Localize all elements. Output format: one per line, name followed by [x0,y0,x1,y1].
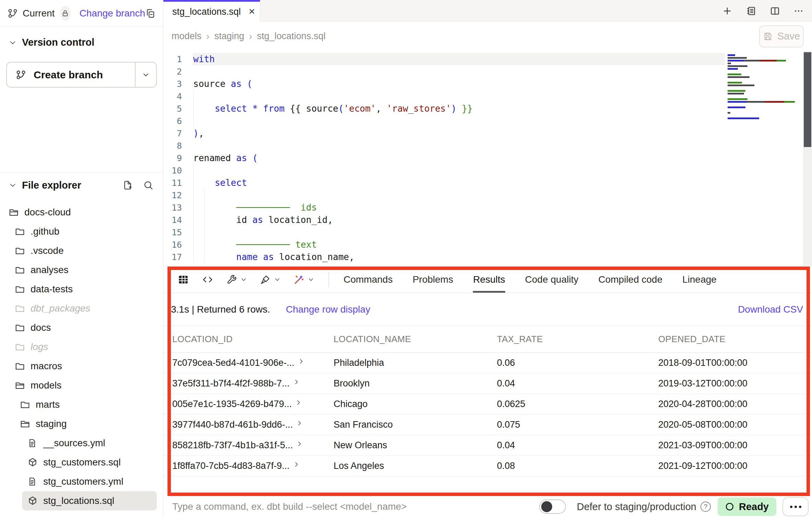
notebook-icon[interactable] [745,5,756,16]
file-tree-item-stg-customers-sql[interactable]: stg_customers.sql [0,453,163,472]
file-tree-item-models[interactable]: models [0,376,163,395]
file-tree-item-macros[interactable]: macros [0,357,163,376]
create-branch-dropdown[interactable] [136,63,156,87]
table-row[interactable]: 3977f440-b87d-461b-9dd6-...San Francisco… [163,415,812,435]
table-cell: 0.06 [497,358,658,368]
panel-tab-compiled-code[interactable]: Compiled code [598,267,662,293]
file-tree-item-stg-locations-sql[interactable]: stg_locations.sql [22,491,157,510]
expand-chevron-icon[interactable] [294,379,299,385]
table-row[interactable]: 7c079cea-5ed4-4101-906e-...Philadelphia0… [163,353,812,373]
version-control-title: Version control [22,37,94,48]
code-area[interactable]: 1with23source as (45 select * from {{ so… [163,53,812,263]
download-csv-link[interactable]: Download CSV [738,304,803,315]
copy-icon[interactable] [145,8,155,19]
code-line-17[interactable]: 17 name as location_name, [163,251,812,263]
command-input[interactable] [172,501,467,512]
table-cell: Brooklyn [334,378,497,389]
code-line-13[interactable]: 13 ────────── ids [163,201,812,214]
tab-stg-locations[interactable]: stg_locations.sql ✕ [163,0,260,22]
expand-chevron-icon[interactable] [299,359,304,364]
code-line-6[interactable]: 6 [163,115,812,127]
code-line-2[interactable]: 2 [163,65,812,78]
code-icon[interactable] [202,274,213,285]
code-line-4[interactable]: 4 [163,90,812,102]
code-line-3[interactable]: 3source as ( [163,78,812,90]
table-row[interactable]: 37e5f311-b7f4-4f2f-988b-7...Brooklyn0.04… [163,373,812,394]
panel-tab-lineage[interactable]: Lineage [682,267,717,293]
help-icon[interactable]: ? [700,502,711,512]
file-tree-item-dbt-packages[interactable]: dbt_packages [0,299,163,318]
file-tree-item-docs[interactable]: docs [0,318,163,337]
split-view-icon[interactable] [769,5,780,16]
code-line-5[interactable]: 5 select * from {{ source('ecom', 'raw_s… [163,102,812,115]
more-actions-button[interactable] [782,497,809,516]
breadcrumb-segment[interactable]: models [172,31,201,42]
search-icon[interactable] [143,180,153,190]
save-button[interactable]: Save [759,25,804,47]
code-line-1[interactable]: 1with [163,53,812,65]
panel-tab-results[interactable]: Results [473,267,505,293]
results-table-icon[interactable] [177,274,189,285]
results-table-header: LOCATION_IDLOCATION_NAMETAX_RATEOPENED_D… [163,326,812,353]
chevron-down-icon [308,277,314,283]
code-line-16[interactable]: 16 ────────── text [163,238,812,251]
file-explorer-header[interactable]: File explorer [0,173,163,198]
create-branch-main[interactable]: Create branch [7,63,135,87]
change-row-display-link[interactable]: Change row display [286,304,370,315]
table-cell: Chicago [334,399,497,409]
code-line-15[interactable]: 15 [163,226,812,238]
file-tree-item-staging[interactable]: staging [0,414,163,433]
tab-close-icon[interactable]: ✕ [248,8,255,16]
build-tool-icon[interactable] [226,274,247,285]
change-branch-link[interactable]: Change branch [80,8,145,19]
results-panel: CommandsProblemsResultsCode qualityCompi… [163,266,812,495]
new-file-icon[interactable] [123,180,133,190]
panel-tab-code-quality[interactable]: Code quality [525,267,579,293]
file-tree-item-marts[interactable]: marts [0,395,163,414]
editor-scrollbar-thumb[interactable] [804,52,811,147]
code-text: ), [182,128,204,138]
panel-tab-problems[interactable]: Problems [413,267,453,293]
code-line-12[interactable]: 12 [163,189,812,201]
breadcrumb-segment[interactable]: stg_locations.sql [257,31,326,42]
breadcrumb-segment[interactable]: staging [214,31,244,42]
code-line-10[interactable]: 10 [163,164,812,177]
code-line-7[interactable]: 7), [163,127,812,139]
file-tree-item--sources-yml[interactable]: __sources.yml [0,433,163,453]
ready-status-badge[interactable]: Ready [718,497,776,516]
file-tree-item-stg-customers-yml[interactable]: stg_customers.yml [0,472,163,491]
line-number: 16 [163,240,182,250]
file-tree-item--github[interactable]: .github [0,222,163,241]
code-line-8[interactable]: 8 [163,139,812,152]
defer-toggle[interactable] [539,499,566,514]
code-editor[interactable]: 1with23source as (45 select * from {{ so… [163,51,812,266]
code-line-9[interactable]: 9renamed as ( [163,152,812,164]
panel-tab-commands[interactable]: Commands [344,267,393,293]
table-row[interactable]: 005e7e1c-1935-4269-b479...Chicago0.06252… [163,394,812,415]
code-line-14[interactable]: 14 id as location_id, [163,214,812,226]
new-tab-icon[interactable] [722,6,732,16]
version-control-header[interactable]: Version control [0,37,163,48]
file-tree-item-data-tests[interactable]: data-tests [0,280,163,299]
format-brush-icon[interactable] [260,274,280,285]
file-tree-item--vscode[interactable]: .vscode [0,241,163,260]
more-options-icon[interactable] [793,6,804,16]
code-line-11[interactable]: 11 select [163,177,812,189]
expand-chevron-icon[interactable] [294,462,299,467]
file-tree-item-logs[interactable]: logs [0,337,163,357]
cell-location-id: 858218fb-73f7-4b1b-a31f-5... [172,440,334,451]
folder-open-icon [15,380,25,391]
file-tree-item-analyses[interactable]: analyses [0,260,163,280]
ai-assist-icon[interactable] [293,274,314,285]
table-row[interactable]: 1f8ffa70-7cb5-4d83-8a7f-9...Los Angeles0… [163,456,812,476]
file-tree-item-docs-cloud[interactable]: docs-cloud [0,203,163,222]
code-text: select * from {{ source('ecom', 'raw_sto… [182,103,473,114]
chevron-down-icon [142,71,150,79]
expand-chevron-icon[interactable] [297,441,302,447]
expand-chevron-icon[interactable] [297,420,302,426]
table-row[interactable]: 858218fb-73f7-4b1b-a31f-5...New Orleans0… [163,435,812,456]
expand-chevron-icon[interactable] [296,400,301,405]
table-cell: San Francisco [334,419,497,430]
create-branch-button[interactable]: Create branch [6,62,157,88]
table-cell: New Orleans [334,440,497,451]
